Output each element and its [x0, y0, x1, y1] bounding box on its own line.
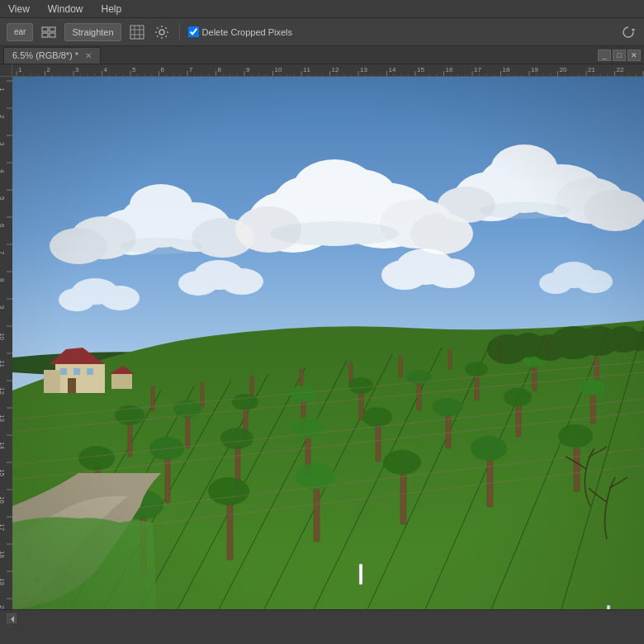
svg-text:2: 2: [0, 115, 6, 119]
svg-text:3: 3: [75, 66, 79, 73]
overlay-grid-icon[interactable]: [128, 23, 146, 41]
svg-text:7: 7: [0, 251, 6, 255]
ruler-h-row: 1234567891011121314151617181920212223: [0, 64, 644, 77]
svg-text:20: 20: [0, 605, 6, 609]
svg-text:15: 15: [417, 66, 424, 73]
svg-text:16: 16: [0, 496, 6, 504]
svg-text:1: 1: [0, 88, 6, 92]
svg-text:10: 10: [275, 66, 282, 73]
main-canvas: [12, 77, 644, 609]
svg-text:14: 14: [0, 442, 6, 449]
minimize-button[interactable]: _: [598, 50, 611, 61]
toolbar: ear Straighten Delete Cropped Pixels: [0, 18, 644, 46]
svg-text:2: 2: [47, 66, 51, 73]
svg-text:16: 16: [446, 66, 453, 73]
window-controls: _ □ ✕: [598, 50, 641, 61]
clear-button[interactable]: ear: [7, 23, 33, 41]
svg-rect-0: [42, 27, 48, 31]
svg-text:13: 13: [0, 414, 6, 422]
menu-help[interactable]: Help: [97, 2, 125, 17]
svg-text:8: 8: [218, 66, 222, 73]
svg-text:12: 12: [332, 66, 339, 73]
delete-cropped-input[interactable]: [188, 26, 199, 37]
menu-view[interactable]: View: [5, 2, 33, 17]
svg-text:12: 12: [0, 387, 6, 395]
ruler-corner: [0, 64, 12, 77]
svg-marker-10: [632, 29, 635, 32]
document-tab[interactable]: 6.5% (RGB/8*) * ✕: [3, 47, 101, 64]
ruler-horizontal: 1234567891011121314151617181920212223: [12, 64, 644, 77]
delete-cropped-label: Delete Cropped Pixels: [202, 27, 292, 37]
reset-icon[interactable]: [619, 23, 637, 41]
grid-icon[interactable]: [40, 23, 58, 41]
svg-rect-311: [12, 77, 644, 609]
svg-text:6: 6: [0, 224, 6, 228]
vineyard-image: [12, 77, 644, 609]
menu-window[interactable]: Window: [45, 2, 87, 17]
svg-text:5: 5: [132, 66, 136, 73]
svg-text:18: 18: [0, 551, 6, 558]
svg-text:4: 4: [0, 169, 6, 173]
svg-text:1: 1: [18, 66, 22, 73]
svg-text:19: 19: [0, 578, 6, 585]
document-title: 6.5% (RGB/8*) *: [12, 50, 78, 60]
svg-text:6: 6: [161, 66, 165, 73]
svg-text:17: 17: [0, 523, 6, 531]
status-arrow-left[interactable]: [7, 613, 17, 623]
delete-cropped-checkbox[interactable]: Delete Cropped Pixels: [188, 26, 292, 37]
canvas-area: 1234567891011121314151617181920: [0, 77, 644, 609]
svg-text:14: 14: [389, 66, 396, 73]
svg-text:5: 5: [0, 197, 6, 201]
svg-text:15: 15: [0, 469, 6, 476]
svg-text:8: 8: [0, 278, 6, 282]
svg-text:10: 10: [0, 333, 6, 340]
svg-text:13: 13: [360, 66, 367, 73]
svg-text:4: 4: [104, 66, 108, 73]
svg-text:9: 9: [0, 305, 6, 310]
svg-rect-3: [50, 33, 55, 37]
svg-text:20: 20: [560, 66, 567, 73]
svg-text:7: 7: [189, 66, 193, 73]
svg-rect-2: [42, 33, 48, 37]
maximize-button[interactable]: □: [613, 50, 626, 61]
status-bar: [0, 609, 644, 626]
svg-text:9: 9: [246, 66, 250, 73]
svg-text:18: 18: [503, 66, 510, 73]
menu-bar: View Window Help: [0, 0, 644, 18]
ruler-vertical: 1234567891011121314151617181920: [0, 77, 12, 609]
svg-text:3: 3: [0, 142, 6, 146]
workspace: 1234567891011121314151617181920212223 12…: [0, 64, 644, 609]
svg-rect-1: [50, 27, 55, 31]
svg-text:19: 19: [531, 66, 538, 73]
close-button[interactable]: ✕: [627, 50, 641, 61]
tab-bar: 6.5% (RGB/8*) * ✕ _ □ ✕: [0, 46, 644, 64]
close-tab-icon[interactable]: ✕: [85, 51, 92, 60]
svg-text:11: 11: [303, 66, 310, 73]
svg-rect-4: [130, 26, 144, 39]
settings-icon[interactable]: [153, 23, 171, 41]
svg-text:22: 22: [617, 66, 624, 73]
svg-point-9: [159, 30, 164, 35]
svg-text:21: 21: [588, 66, 595, 73]
separator-1: [179, 24, 180, 40]
svg-text:11: 11: [0, 360, 6, 367]
svg-text:17: 17: [474, 66, 481, 73]
svg-marker-312: [11, 616, 14, 623]
straighten-button[interactable]: Straighten: [64, 23, 121, 41]
